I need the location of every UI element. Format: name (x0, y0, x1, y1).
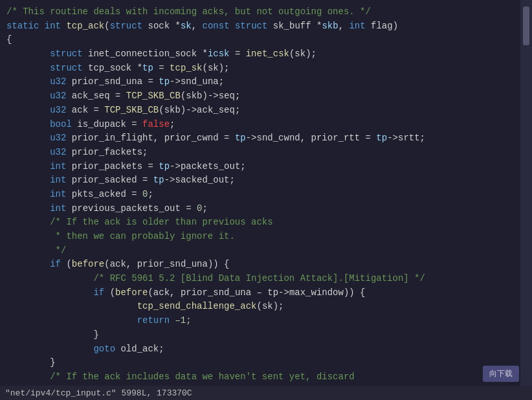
code-token: tp (142, 63, 153, 73)
code-token: u32 (50, 133, 66, 143)
code-token (6, 189, 50, 199)
code-token: /* If the ack is older than previous ack… (6, 217, 273, 227)
code-token: sk (181, 21, 192, 31)
code-token (6, 105, 50, 115)
code-token: snd_cwnd, prior_rtt = (257, 133, 377, 143)
code-token (6, 63, 50, 73)
code-token: int (50, 189, 66, 199)
download-button[interactable]: 向下载 (483, 366, 519, 382)
code-token: = (230, 49, 246, 59)
code-token: return (137, 315, 170, 326)
code-token (6, 203, 50, 214)
code-token: tcp_send_challenge_ack (137, 301, 257, 311)
code-token: struct (50, 49, 82, 59)
scroll-thumb[interactable] (523, 6, 529, 45)
code-token: prior_sacked = (66, 175, 153, 185)
code-token (6, 259, 50, 269)
code-line: if (before(ack, prior_snd_una – tp->max_… (6, 286, 526, 300)
code-token (6, 301, 137, 311)
code-line: if (before(ack, prior_snd_una)) { (6, 258, 526, 272)
code-token: inet_csk (246, 49, 289, 59)
status-bar: "net/ipv4/tcp_input.c" 5998L, 173370C (0, 386, 532, 400)
code-token: sacked_out; (175, 175, 234, 185)
code-token: snd_una; (181, 76, 224, 87)
code-token: u32 (50, 76, 66, 87)
code-token: before (115, 287, 148, 298)
code-token: ( (104, 21, 109, 31)
code-token (230, 21, 235, 31)
code-line: int prior_packets = tp->packets_out; (6, 160, 526, 174)
code-line: u32 ack_seq = TCP_SKB_CB(skb)->seq; (6, 89, 526, 104)
code-lines: /* This routine deals with incoming acks… (6, 5, 526, 384)
code-token: tp (376, 133, 387, 143)
code-token: before (72, 259, 104, 269)
code-token: (sk); (289, 49, 316, 59)
code-token: * (202, 49, 207, 59)
code-token (6, 147, 50, 157)
code-token: prior_fackets; (66, 147, 148, 157)
code-line: int pkts_acked = 0; (6, 188, 526, 202)
code-token: { (6, 34, 12, 45)
status-text: "net/ipv4/tcp_input.c" 5998L, 173370C (5, 388, 192, 398)
code-line: return –1; (6, 314, 526, 328)
code-token: /* If the ack includes data we haven't s… (6, 372, 355, 382)
code-token: struct (110, 21, 142, 31)
code-token: -> (164, 175, 175, 185)
scroll-indicator[interactable] (520, 0, 532, 386)
code-token: , (192, 21, 203, 31)
code-token: tp (159, 76, 170, 87)
code-token: icsk (208, 49, 230, 59)
code-line: u32 ack = TCP_SKB_CB(skb)->ack_seq; (6, 104, 526, 118)
code-line: int prior_sacked = tp->sacked_out; (6, 173, 526, 188)
code-token: –1; (170, 315, 192, 326)
code-line: u32 prior_in_flight, prior_cwnd = tp->sn… (6, 131, 526, 146)
code-token: bool (50, 119, 72, 129)
code-token: * (175, 21, 181, 31)
code-token: seq; (219, 91, 241, 101)
code-token: /* RFC 5961 5.2 [Blind Data Injection At… (6, 273, 425, 283)
code-line: } (6, 356, 526, 370)
code-token: TCP_SKB_CB (104, 105, 159, 115)
code-token: * then we can probably ignore it. (6, 231, 235, 241)
code-token: prior_packets = (66, 161, 159, 172)
code-token: (skb)-> (159, 105, 197, 115)
code-token: srtt; (398, 133, 425, 143)
code-token: ( (61, 259, 72, 269)
code-token: int (50, 161, 66, 172)
code-token: */ (6, 245, 66, 256)
code-token: int (45, 21, 61, 31)
code-token: } (6, 329, 99, 340)
code-line: int previous_packets_out = 0; (6, 202, 526, 216)
code-token: prior_snd_una = (66, 76, 159, 87)
code-token: ; (148, 189, 153, 199)
code-line: /* RFC 5961 5.2 [Blind Data Injection At… (6, 272, 526, 286)
code-token: if (93, 287, 104, 298)
code-token: tp (153, 175, 164, 185)
code-token: tcp_ack (66, 21, 104, 31)
code-token: ; (170, 119, 175, 129)
code-token (6, 119, 50, 129)
code-token: tp (159, 161, 170, 172)
code-token: u32 (50, 105, 66, 115)
code-line: tcp_send_challenge_ack(sk); (6, 300, 526, 314)
code-token: prior_in_flight, prior_cwnd = (66, 133, 234, 143)
code-line: struct tcp_sock *tp = tcp_sk(sk); (6, 61, 526, 76)
code-token: -> (387, 133, 398, 143)
code-token: is_dupack = (72, 119, 142, 129)
code-token: previous_packets_out = (66, 203, 197, 214)
code-token: u32 (50, 91, 66, 101)
code-token: pkts_acked = (66, 189, 142, 199)
code-token: (sk); (256, 301, 283, 311)
code-token (6, 175, 50, 185)
code-token (6, 315, 137, 326)
code-token: struct (235, 21, 267, 31)
code-token: ; (202, 203, 207, 214)
code-line: struct inet_connection_sock *icsk = inet… (6, 47, 526, 61)
code-line: { (6, 33, 526, 47)
code-token: (ack, prior_snd_una)) { (104, 259, 229, 269)
code-token: ack = (66, 105, 104, 115)
code-line: */ (6, 244, 526, 258)
code-token (6, 344, 93, 354)
code-line: u32 prior_snd_una = tp->snd_una; (6, 75, 526, 89)
code-token: goto (93, 344, 115, 354)
